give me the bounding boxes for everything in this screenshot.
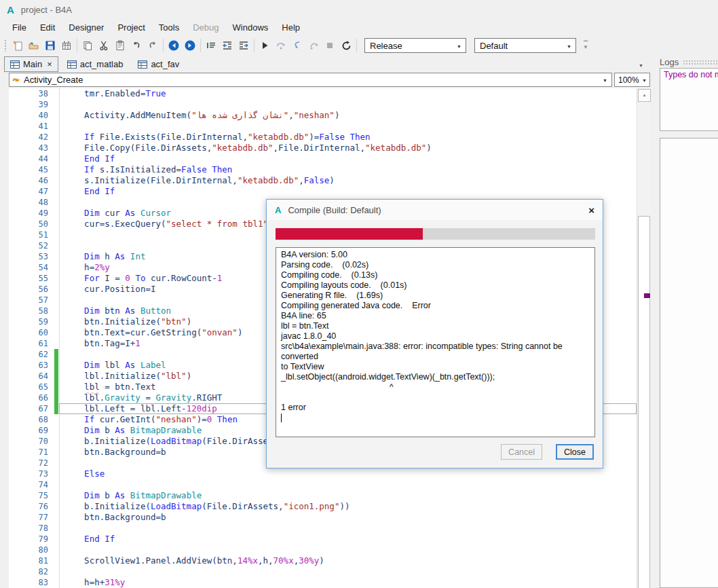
- back-button[interactable]: [166, 37, 182, 54]
- build-profile-select[interactable]: Default ▼: [474, 38, 576, 53]
- code-line[interactable]: 76 b.Initialize(LoadBitmap(File.DirAsset…: [9, 501, 637, 512]
- code-line[interactable]: 43 File.Copy(File.DirAssets,"ketabdb.db"…: [9, 143, 637, 153]
- code-text: h=h+31%y: [59, 577, 637, 588]
- code-line[interactable]: 75 Dim b As BitmapDrawable: [9, 490, 637, 501]
- run-button[interactable]: [257, 37, 273, 54]
- line-number: 43: [9, 143, 54, 153]
- close-icon[interactable]: ×: [588, 204, 594, 216]
- tab-list-dropdown[interactable]: ▼: [639, 63, 643, 68]
- step-into-button[interactable]: [289, 37, 305, 54]
- tab-act_matlab[interactable]: act_matlab: [61, 56, 130, 72]
- step-over-button[interactable]: [273, 37, 289, 54]
- code-line[interactable]: 42 If File.Exists(File.DirInternal,"keta…: [9, 132, 637, 143]
- code-line[interactable]: 45 If s.IsInitialized=False Then: [9, 164, 637, 175]
- menu-tools[interactable]: Tools: [152, 20, 186, 35]
- redo-button[interactable]: [145, 37, 161, 54]
- paste-button[interactable]: [112, 37, 128, 54]
- change-indicator: [54, 458, 58, 468]
- code-line[interactable]: 39: [9, 99, 637, 110]
- change-indicator: [54, 316, 58, 327]
- logs-warning-box[interactable]: Types do not match: [660, 68, 718, 131]
- save-button[interactable]: [42, 37, 58, 54]
- outdent-button[interactable]: [219, 37, 235, 54]
- line-number: 77: [9, 512, 54, 523]
- logs-header[interactable]: Logs: [660, 56, 718, 68]
- editor-zoom-select[interactable]: 100% ▼: [614, 73, 650, 87]
- menu-edit[interactable]: Edit: [33, 20, 62, 35]
- line-number: 81: [9, 555, 54, 566]
- copy-button[interactable]: [79, 37, 96, 54]
- code-line[interactable]: 81 ScrollView1.Panel.AddView(btn,14%x,h,…: [9, 555, 637, 566]
- build-config-select[interactable]: Release ▼: [364, 38, 466, 53]
- code-line[interactable]: 44 End If: [9, 153, 637, 164]
- app-logo-icon: A: [7, 4, 14, 16]
- code-line[interactable]: 82: [9, 566, 637, 577]
- change-indicator: [54, 295, 58, 306]
- line-number: 74: [9, 479, 54, 490]
- change-indicator: [54, 88, 58, 99]
- line-number: 42: [9, 132, 54, 143]
- code-line[interactable]: 78: [9, 523, 637, 534]
- compile-log-textbox[interactable]: B4A version: 5.00Parsing code. (0.02s)Co…: [276, 247, 595, 437]
- format-button[interactable]: [203, 37, 219, 54]
- line-number: 46: [9, 175, 54, 186]
- code-line[interactable]: 80: [9, 545, 637, 555]
- line-number: 64: [9, 371, 54, 382]
- close-button[interactable]: Close: [556, 444, 594, 460]
- package-button[interactable]: [58, 37, 75, 54]
- compile-log-line: Parsing code. (0.02s): [281, 260, 590, 270]
- tab-close-icon[interactable]: ×: [47, 59, 52, 69]
- progress-fill: [276, 228, 423, 240]
- build-config-value: Release: [370, 41, 402, 51]
- code-line[interactable]: 38 tmr.Enabled=True: [9, 88, 637, 99]
- code-line[interactable]: 47 End If: [9, 186, 637, 197]
- line-number: 71: [9, 447, 54, 458]
- code-line[interactable]: 73 Else: [9, 468, 637, 479]
- panel-splitter[interactable]: [651, 56, 660, 588]
- stop-button[interactable]: [322, 37, 338, 54]
- chevron-down-icon: ▼: [567, 44, 571, 49]
- scroll-up-arrow-icon[interactable]: ▲: [638, 89, 651, 102]
- menu-project[interactable]: Project: [111, 20, 151, 35]
- logs-output-box[interactable]: [660, 138, 718, 588]
- tab-act_fav[interactable]: act_fav: [132, 56, 185, 72]
- step-out-button[interactable]: [305, 37, 322, 54]
- event-navigator-select[interactable]: Activity_Create ▼: [9, 73, 612, 87]
- code-line[interactable]: 46 s.Initialize(File.DirInternal,"ketabd…: [9, 175, 637, 186]
- code-line[interactable]: 77 btn.Background=b: [9, 512, 637, 523]
- tab-main[interactable]: Main×: [4, 56, 58, 72]
- line-number: 80: [9, 545, 54, 555]
- menu-designer[interactable]: Designer: [62, 20, 111, 35]
- forward-button[interactable]: [182, 37, 198, 54]
- menu-file[interactable]: File: [5, 20, 33, 35]
- open-button[interactable]: [26, 37, 42, 54]
- code-line[interactable]: 74: [9, 479, 637, 490]
- editor-vertical-scrollbar[interactable]: ▲: [637, 88, 651, 588]
- line-number: 45: [9, 164, 54, 175]
- line-number: 48: [9, 197, 54, 208]
- line-number: 62: [9, 349, 54, 360]
- code-text: s.Initialize(File.DirInternal,"ketabdb.d…: [59, 175, 637, 186]
- code-text: [59, 121, 637, 132]
- code-line[interactable]: 41: [9, 121, 637, 132]
- indent-button[interactable]: [235, 37, 252, 54]
- menu-windows[interactable]: Windows: [226, 20, 276, 35]
- b4a-logo-icon: A: [275, 205, 281, 215]
- code-line[interactable]: 79 End If: [9, 534, 637, 545]
- code-text: ScrollView1.Panel.AddView(btn,14%x,h,70%…: [59, 555, 637, 566]
- rebuild-button[interactable]: [338, 37, 354, 54]
- scrollbar-thumb[interactable]: [638, 216, 650, 588]
- toolbar-overflow-button[interactable]: ▔▼: [583, 42, 588, 49]
- undo-button[interactable]: [128, 37, 145, 54]
- line-number: 50: [9, 219, 54, 229]
- cut-button[interactable]: [96, 37, 112, 54]
- tab-label: act_fav: [151, 59, 179, 69]
- dialog-footer: CancelClose: [501, 444, 594, 460]
- line-number: 38: [9, 88, 54, 99]
- compile-log-line: B4A line: 65: [281, 311, 590, 321]
- code-line[interactable]: 83 h=h+31%y: [9, 577, 637, 588]
- code-line[interactable]: 40 Activity.AddMenuItem("نشان گذاری شده …: [9, 110, 637, 121]
- menu-help[interactable]: Help: [275, 20, 307, 35]
- new-button[interactable]: [10, 37, 26, 54]
- code-text: [59, 479, 637, 490]
